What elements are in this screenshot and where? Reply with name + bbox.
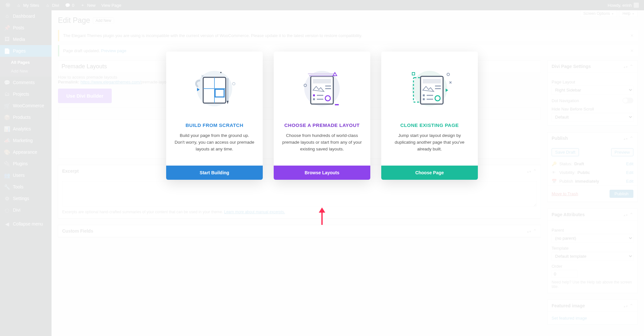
- svg-rect-14: [313, 94, 315, 96]
- svg-rect-23: [335, 104, 339, 105]
- browse-layouts-button[interactable]: Browse Layouts: [274, 166, 370, 180]
- svg-point-8: [232, 82, 235, 85]
- annotation-arrow: [316, 206, 328, 226]
- illustration-premade: [282, 64, 362, 113]
- svg-rect-5: [227, 78, 229, 101]
- card-title: CLONE EXISTING PAGE: [390, 122, 469, 128]
- illustration-clone: [390, 64, 469, 113]
- illustration-scratch: [175, 64, 254, 113]
- card-premade-layout: CHOOSE A PREMADE LAYOUT Choose from hund…: [274, 52, 370, 180]
- card-desc: Build your page from the ground up. Don'…: [175, 132, 254, 153]
- svg-rect-35: [412, 72, 415, 75]
- choose-page-button[interactable]: Choose Page: [381, 166, 478, 180]
- divi-start-cards: BUILD FROM SCRATCH Build your page from …: [166, 52, 478, 180]
- card-desc: Choose from hundreds of world-class prem…: [282, 132, 362, 153]
- card-desc: Jump start your layout design by duplica…: [390, 132, 469, 153]
- svg-rect-30: [423, 94, 425, 96]
- svg-rect-32: [423, 98, 425, 100]
- svg-rect-11: [313, 79, 331, 83]
- card-title: CHOOSE A PREMADE LAYOUT: [282, 122, 362, 128]
- card-clone-page: CLONE EXISTING PAGE Jump start your layo…: [381, 52, 478, 180]
- divi-start-overlay: BUILD FROM SCRATCH Build your page from …: [0, 0, 644, 336]
- svg-rect-20: [308, 73, 336, 74]
- svg-point-7: [220, 72, 222, 73]
- start-building-button[interactable]: Start Building: [166, 166, 263, 180]
- svg-point-36: [447, 73, 450, 76]
- svg-rect-16: [313, 98, 315, 100]
- card-title: BUILD FROM SCRATCH: [175, 122, 254, 128]
- svg-marker-6: [227, 101, 229, 104]
- svg-rect-27: [423, 79, 441, 83]
- svg-rect-19: [309, 75, 335, 76]
- card-build-from-scratch: BUILD FROM SCRATCH Build your page from …: [166, 52, 263, 180]
